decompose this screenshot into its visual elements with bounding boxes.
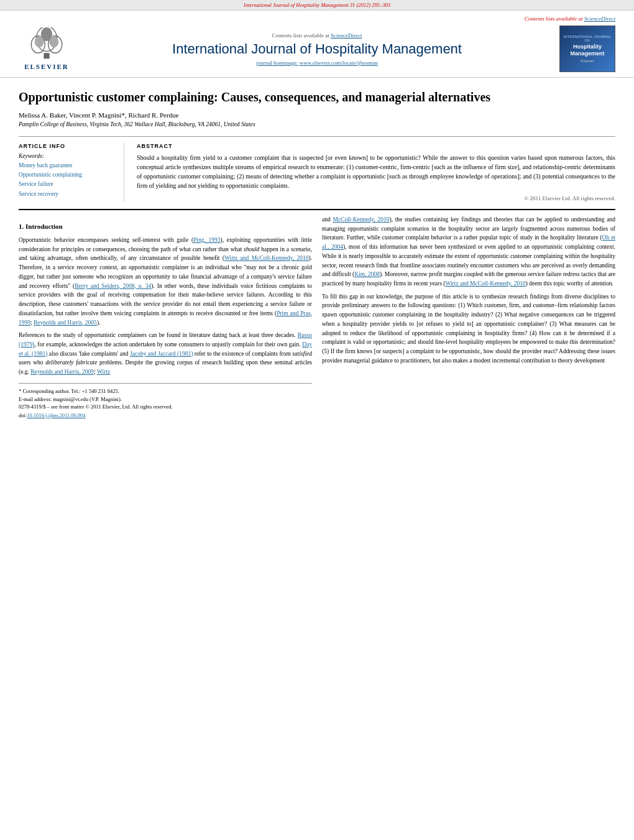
intro-paragraph-2: References to the study of opportunistic… xyxy=(19,331,312,377)
ref-ping-1993[interactable]: Ping, 1993 xyxy=(193,237,221,243)
ref-kim-2008[interactable]: Kim, 2008 xyxy=(354,271,380,277)
footnote-star: * Corresponding author. Tel.: +1 540 231… xyxy=(19,387,312,395)
contents-available-text: Contents lists available at xyxy=(525,16,583,22)
section-1-title: 1. Introduction xyxy=(19,221,312,232)
article-title: Opportunistic customer complaining: Caus… xyxy=(19,89,615,105)
article-info-block: ARTICLE INFO Keywords: Money back guaran… xyxy=(19,143,124,201)
contents-available-label: Contents lists available at ScienceDirec… xyxy=(75,32,559,39)
body-two-column: 1. Introduction Opportunistic behavior e… xyxy=(0,215,634,420)
journal-reference-line: International Journal of Hospitality Man… xyxy=(0,0,634,11)
page: International Journal of Hospitality Man… xyxy=(0,0,634,840)
affiliation-line: Pamplin College of Business, Virginia Te… xyxy=(19,121,615,127)
footnote-section: * Corresponding author. Tel.: +1 540 231… xyxy=(19,383,312,420)
abstract-text: Should a hospitality firm yield to a cus… xyxy=(137,153,615,190)
ref-reynolds-harris-2009[interactable]: Reynolds and Harris, 2009 xyxy=(30,369,94,375)
info-abstract-row: ARTICLE INFO Keywords: Money back guaran… xyxy=(19,143,615,201)
should-word: should xyxy=(495,348,511,354)
ref-wirtz-mccoll-2010c[interactable]: Wirtz and McColl-Kennedy, 2010 xyxy=(445,280,525,287)
logo-title-text: HospitalityManagement xyxy=(570,44,604,57)
elsevier-tree-icon xyxy=(25,27,68,62)
issn-line: 0278-4319/$ – see front matter © 2011 El… xyxy=(19,403,312,411)
elsevier-brand-text: ELSEVIER xyxy=(24,63,69,70)
doi-line: doi:10.1016/j.ijhm.2011.06.004 xyxy=(19,412,312,420)
keyword-3[interactable]: Service failure xyxy=(19,180,115,189)
contents-line: Contents lists available at ScienceDirec… xyxy=(19,16,615,22)
authors-line: Melissa A. Baker, Vincent P. Magnini*, R… xyxy=(19,111,615,119)
ref-oh-2004[interactable]: Oh et al., 2004 xyxy=(322,234,615,250)
ref-berry-seiders[interactable]: Berry and Seiders, 2008, p. 34 xyxy=(75,283,151,289)
intro-paragraph-1: Opportunistic behavior encompasses seeki… xyxy=(19,236,312,327)
doi-link[interactable]: 10.1016/j.ijhm.2011.06.004 xyxy=(27,412,85,418)
keywords-label: Keywords: xyxy=(19,153,115,159)
right-paragraph-1: and McColl-Kennedy, 2010), the studies c… xyxy=(322,215,615,288)
keyword-1[interactable]: Money back guarantee xyxy=(19,161,115,170)
right-paragraph-2: To fill this gap in our knowledge, the p… xyxy=(322,292,615,366)
ref-russo-1979[interactable]: Russo (1979) xyxy=(19,332,312,348)
journal-homepage: journal homepage: www.elsevier.com/locat… xyxy=(75,60,559,66)
keyword-2[interactable]: Opportunistic complaining xyxy=(19,170,115,180)
footnote-email: E-mail address: magnini@vt.edu (V.P. Mag… xyxy=(19,395,312,404)
journal-reference-text: International Journal of Hospitality Man… xyxy=(244,2,390,8)
sciencedirect-link[interactable]: ScienceDirect xyxy=(584,16,615,22)
svg-point-6 xyxy=(50,36,59,47)
abstract-heading: ABSTRACT xyxy=(137,143,615,149)
keyword-4[interactable]: Service recovery xyxy=(19,190,115,199)
body-divider xyxy=(19,209,615,210)
article-info-heading: ARTICLE INFO xyxy=(19,143,115,149)
journal-header: Contents lists available at ScienceDirec… xyxy=(0,11,634,78)
ref-wirtz-mccoll-2010a[interactable]: Wirtz and McColl-Kennedy, 2010 xyxy=(224,255,309,261)
journal-logo-image: INTERNATIONAL JOURNAL OF HospitalityMana… xyxy=(559,25,615,72)
svg-rect-0 xyxy=(44,53,49,58)
journal-title: International Journal of Hospitality Man… xyxy=(75,41,559,57)
column-left: 1. Introduction Opportunistic behavior e… xyxy=(19,215,312,420)
keywords-list: Money back guarantee Opportunistic compl… xyxy=(19,161,115,199)
ref-mccoll-kennedy-2010b[interactable]: McColl-Kennedy, 2010 xyxy=(333,216,389,223)
header-content: ELSEVIER Contents lists available at Sci… xyxy=(19,25,615,72)
ref-reynolds-harris-2005[interactable]: Reynolds and Harris, 2005 xyxy=(34,320,97,326)
journal-title-block: Contents lists available at ScienceDirec… xyxy=(75,32,559,66)
ref-jacoby-jaccard[interactable]: Jacoby and Jaccard (1981) xyxy=(130,351,193,357)
ref-wirtz-col2[interactable]: Wirtz xyxy=(97,369,110,375)
abstract-block: ABSTRACT Should a hospitality firm yield… xyxy=(137,143,615,201)
copyright-line: © 2011 Elsevier Ltd. All rights reserved… xyxy=(137,195,615,201)
column-right: and McColl-Kennedy, 2010), the studies c… xyxy=(322,215,615,420)
divider-1 xyxy=(19,136,615,137)
elsevier-logo: ELSEVIER xyxy=(19,27,75,70)
article-section: Opportunistic customer complaining: Caus… xyxy=(0,78,634,210)
svg-point-5 xyxy=(35,36,44,47)
